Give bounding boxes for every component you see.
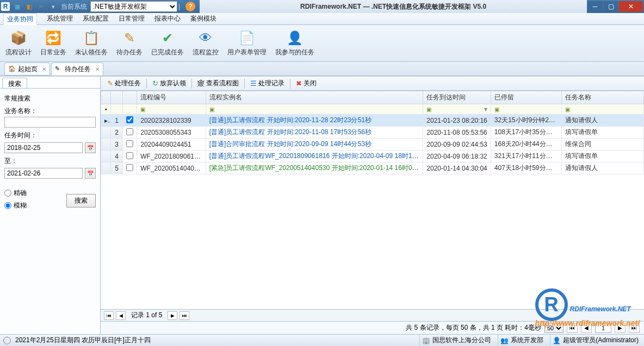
qa-icon-3[interactable]: ✄ xyxy=(37,2,46,11)
toolbar-button[interactable]: ↻放弃认领 xyxy=(149,78,189,89)
column-header[interactable] xyxy=(123,91,137,104)
date-to-input[interactable] xyxy=(4,168,83,179)
title-bar: R ▦ ◧ ✄ ▾ 当前系统 .NET敏捷开发框架 | ? RDIFramewo… xyxy=(0,0,644,13)
system-dropdown-label: 当前系统 xyxy=(61,2,87,11)
column-header[interactable]: 已停留 xyxy=(491,91,562,104)
nav-prev-icon[interactable]: ◀ xyxy=(116,311,126,320)
column-header[interactable]: 流程实例名 xyxy=(206,91,423,104)
menu-item[interactable]: 系统配置 xyxy=(83,14,109,23)
ribbon-toolbar: 📦流程设计🔁日常业务📋未认领任务✎待办任务✔已完成任务👁流程监控📄用户表单管理👤… xyxy=(0,25,644,62)
table-row[interactable]: 220205308055343[普通]员工请假流程 开始时间:2020-11-0… xyxy=(101,127,644,139)
filter-icon[interactable]: ▣ xyxy=(426,106,431,112)
search-button[interactable]: 搜索 xyxy=(66,194,96,207)
table-row[interactable]: 4WF_20201809061816[普通]员工请假流程WF_202018090… xyxy=(101,150,644,162)
dept-icon: 👥 xyxy=(500,337,509,344)
ribbon-button[interactable]: 📄用户表单管理 xyxy=(227,29,267,57)
filter-icon[interactable]: ▣ xyxy=(209,106,214,112)
cell-name[interactable]: [普通]员工请假流程WF_20201809061816 开始时间:2020-04… xyxy=(206,150,423,162)
ribbon-icon: 📦 xyxy=(10,29,27,47)
page-next-icon[interactable]: ▶ xyxy=(615,323,626,333)
page-number-input[interactable] xyxy=(595,323,611,333)
date-from-input[interactable] xyxy=(4,142,83,153)
menu-item[interactable]: 系统管理 xyxy=(47,14,73,23)
cell-code: WF_20201809061816 xyxy=(137,150,206,162)
page-first-icon[interactable]: ⏮ xyxy=(567,323,578,333)
tab[interactable]: 🏠起始页✕ xyxy=(4,62,50,76)
cell-name[interactable]: [普通]员工请假流程 开始时间:2020-11-08 17时53分56秒 xyxy=(206,127,423,139)
qa-icon-4[interactable]: ▾ xyxy=(49,2,58,11)
ribbon-button[interactable]: 👁流程监控 xyxy=(193,29,219,57)
row-checkbox[interactable] xyxy=(126,128,133,135)
calendar-icon[interactable]: 📅 xyxy=(85,168,96,179)
page-size-select[interactable]: 50 xyxy=(544,323,564,333)
row-indicator: ▸ xyxy=(101,115,111,127)
ribbon-label: 日常业务 xyxy=(40,48,66,57)
menu-item[interactable]: 案例模块 xyxy=(190,14,216,23)
minimize-button[interactable]: ─ xyxy=(587,1,603,12)
maximize-button[interactable]: ▢ xyxy=(603,1,618,12)
cell-arrived: 2020-11-08 05:53:56 xyxy=(423,127,491,139)
menu-bar: 业务协同系统管理系统配置日常管理报表中心案例模块 xyxy=(0,13,644,25)
column-header[interactable]: 流程编号 xyxy=(137,91,206,104)
tab-close-icon[interactable]: ✕ xyxy=(95,66,100,72)
system-dropdown[interactable]: .NET敏捷开发框架 xyxy=(90,1,177,12)
help-icon[interactable]: ? xyxy=(185,2,195,11)
to-label: 至： xyxy=(4,156,96,166)
close-button[interactable]: ✕ xyxy=(619,1,643,12)
ribbon-button[interactable]: ✔已完成任务 xyxy=(151,29,184,57)
menu-item[interactable]: 日常管理 xyxy=(119,14,145,23)
toolbar-label: 放弃认领 xyxy=(160,79,186,88)
table-row[interactable]: 320204409024451[普通]合同审批流程 开始时间:2020-09-0… xyxy=(101,139,644,150)
row-checkbox[interactable] xyxy=(126,152,133,159)
toolbar-icon: ↻ xyxy=(152,79,158,87)
business-name-input[interactable] xyxy=(4,117,96,128)
calendar-icon[interactable]: 📅 xyxy=(85,142,96,153)
column-header[interactable]: 任务到达时间 xyxy=(423,91,491,104)
row-indicator xyxy=(101,162,111,174)
qa-icon-1[interactable]: ▦ xyxy=(13,2,22,11)
column-header[interactable] xyxy=(111,91,123,104)
status-dept: 系统开发部 xyxy=(511,336,543,345)
cell-name[interactable]: [普通]合同审批流程 开始时间:2020-09-09 14时44分53秒 xyxy=(206,139,423,150)
cell-name[interactable]: [紧急]员工请假流程WF_20200514040530 开始时间:2020-01… xyxy=(206,162,423,174)
separator: | xyxy=(178,3,180,10)
data-grid[interactable]: 流程编号流程实例名任务到达时间已停留任务名称▪▣ ▣ ▣ ▾▣ ▣ ▸12020… xyxy=(101,91,644,309)
row-indicator xyxy=(101,150,111,162)
ribbon-button[interactable]: 📦流程设计 xyxy=(5,29,32,57)
menu-item[interactable]: 业务协同 xyxy=(3,13,37,25)
table-row[interactable]: ▸120202328102339[普通]员工请假流程 开始时间:2020-11-… xyxy=(101,115,644,127)
page-prev-icon[interactable]: ◀ xyxy=(581,323,592,333)
menu-item[interactable]: 报表中心 xyxy=(154,14,181,23)
ribbon-button[interactable]: ✎待办任务 xyxy=(116,29,143,57)
search-tab[interactable]: 搜索 xyxy=(2,78,27,88)
ribbon-button[interactable]: 📋未认领任务 xyxy=(75,29,108,57)
ribbon-label: 流程监控 xyxy=(193,48,219,57)
qa-icon-2[interactable]: ◧ xyxy=(25,2,34,11)
nav-last-icon[interactable]: ⏭ xyxy=(179,311,189,320)
cell-arrived: 2020-04-09 06:18:32 xyxy=(423,150,491,162)
row-checkbox[interactable] xyxy=(126,164,133,171)
tab-close-icon[interactable]: ✕ xyxy=(42,66,46,72)
page-last-icon[interactable]: ⏭ xyxy=(629,323,640,333)
nav-next-icon[interactable]: ▶ xyxy=(168,311,177,320)
column-header[interactable] xyxy=(101,91,111,104)
filter-icon[interactable]: ▣ xyxy=(494,106,499,112)
row-checkbox[interactable] xyxy=(126,116,133,123)
toolbar-button[interactable]: ✎处理任务 xyxy=(104,78,144,89)
cell-name[interactable]: [普通]员工请假流程 开始时间:2020-11-28 22时23分51秒 xyxy=(206,115,423,127)
filter-row[interactable]: ▪▣ ▣ ▣ ▾▣ ▣ xyxy=(101,104,644,115)
nav-first-icon[interactable]: ⏮ xyxy=(104,311,114,320)
ribbon-button[interactable]: 👤我参与的任务 xyxy=(275,29,314,57)
filter-icon[interactable]: ▣ xyxy=(140,106,145,112)
filter-icon[interactable]: ▣ xyxy=(565,106,570,112)
toolbar-button[interactable]: 🕸查看流程图 xyxy=(194,78,242,89)
ribbon-button[interactable]: 🔁日常业务 xyxy=(40,29,66,57)
tab[interactable]: ✎待办任务✕ xyxy=(51,62,103,76)
table-row[interactable]: 5WF_20200514040530[紧急]员工请假流程WF_202005140… xyxy=(101,162,644,174)
row-checkbox[interactable] xyxy=(126,140,133,147)
toolbar-button[interactable]: ☰处理记录 xyxy=(247,78,288,89)
toolbar-button[interactable]: ✖关闭 xyxy=(293,78,320,89)
business-name-label: 业务名称： xyxy=(4,106,96,116)
column-header[interactable]: 任务名称 xyxy=(562,91,644,104)
footer-summary: 共 5 条记录，每页 50 条，共 1 页 耗时：4毫秒 xyxy=(406,323,541,332)
